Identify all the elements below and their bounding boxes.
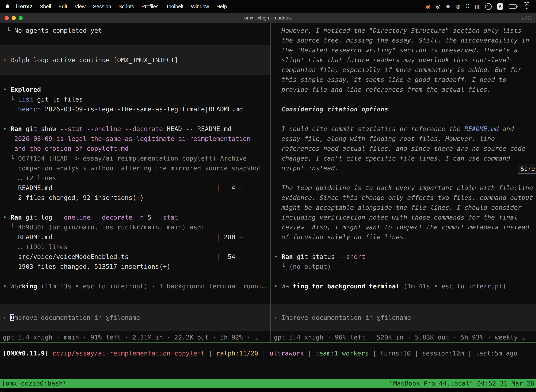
terminal-line: output instead.: [271, 163, 536, 173]
right-terminal-pane[interactable]: However, I noticed the "Directory Struct…: [271, 23, 536, 342]
terminal-line: README.md | 280 +: [0, 232, 270, 242]
menu-help[interactable]: Help: [213, 4, 230, 9]
text-segment: git show: [22, 125, 60, 132]
right-status-line: gpt-5.4 xhigh · 96% left · 520K in · 5.8…: [271, 332, 536, 342]
terminal-line: • Ran git show --stat --oneline --decora…: [0, 124, 270, 134]
terminal-line: including verification notes with those …: [271, 213, 536, 222]
launchpad-icon[interactable]: ⠿: [466, 4, 469, 9]
text-segment: provide file and line references from th…: [274, 86, 491, 93]
terminal-line: • Explored: [0, 85, 270, 94]
battery-icon[interactable]: [509, 5, 518, 9]
text-segment: The team guideline is to back every impo…: [274, 184, 533, 191]
text-segment: Ran: [10, 214, 22, 221]
window-controls: [0, 16, 23, 20]
text-segment: •: [3, 214, 10, 221]
app-icon-1[interactable]: ◎: [436, 4, 440, 9]
terminal-line: 2 files changed, 92 insertions(+): [0, 193, 270, 203]
menu-shell[interactable]: Shell: [36, 4, 55, 9]
text-segment: Ran: [10, 125, 22, 132]
text-segment: README.md: [193, 125, 232, 132]
terminal-line: └ 4b9d30f (origin/main, instructkr/main,…: [0, 222, 270, 232]
text-segment: --: [186, 125, 193, 132]
text-segment: of focusing solely on file lines.: [274, 233, 407, 241]
menu-window[interactable]: Window: [187, 4, 213, 9]
text-segment: 2026-03-09-is-legal-the-same-as-legitima…: [3, 135, 254, 142]
tmux-host-time-label: "MacBook-Pro-44.local" 04:52 31-Mar-26: [389, 380, 534, 387]
terminal-line: The team guideline is to back every impo…: [271, 183, 536, 193]
terminal-line: … +1901 lines: [0, 242, 270, 252]
terminal-line: companion file, especially if more comme…: [271, 65, 536, 75]
terminal-line: references need actual files, and since …: [271, 144, 536, 154]
text-segment: Considering citation options: [274, 106, 388, 113]
terminal-line: provide file and line references from th…: [271, 85, 536, 94]
menu-toolbelt[interactable]: Toolbelt: [162, 4, 187, 9]
menu-edit[interactable]: Edit: [55, 4, 71, 9]
terminal-line: Considering citation options: [271, 104, 536, 114]
terminal-line: • Ran git status --short: [271, 252, 536, 262]
tmux-status-bar: [omx-cczip0:bash* "MacBook-Pro-44.local"…: [0, 379, 536, 388]
text-segment: Ran: [281, 253, 293, 260]
menu-iterm2[interactable]: iTerm2: [12, 4, 36, 9]
terminal-line: changes, I can't cite specific file line…: [271, 154, 536, 163]
text-segment: and-the-erosion-of-copyleft.md: [3, 145, 129, 152]
left-input-line: › Improve documentation in @filename: [0, 313, 270, 323]
text-segment: [OMX#0.11.9]: [3, 350, 53, 357]
terminal-line: src/voice/voiceModeEnabled.ts | 54 +: [0, 252, 270, 262]
text-segment: • Wai: [274, 283, 293, 290]
text-segment: including verification notes with those …: [274, 214, 518, 221]
text-segment: •: [274, 253, 281, 260]
menubar-menus: iTerm2ShellEditViewSessionScriptsProfile…: [12, 4, 230, 9]
terminal-line: this single essay, it seems like a good …: [271, 75, 536, 85]
text-segment: cczip/essay/ai-reimplementation-copyleft: [53, 350, 205, 357]
menu-scripts[interactable]: Scripts: [115, 4, 138, 9]
menu-profiles[interactable]: Profiles: [138, 4, 162, 9]
left-terminal-pane[interactable]: └ No agents completed yet› Ralph loop ac…: [0, 23, 270, 342]
battery-gauge-icon[interactable]: 61: [485, 3, 492, 10]
text-segment: 1903 files changed, 513517 insertions(+): [3, 263, 171, 270]
terminal-line: • Ran git log --oneline --decorate -n 5 …: [0, 213, 270, 222]
apple-icon[interactable]: [5, 4, 10, 9]
close-window-button[interactable]: [5, 16, 9, 20]
text-segment: I: [10, 314, 14, 321]
left-status-line: gpt-5.4 xhigh · main · 91% left · 2.31M …: [0, 332, 270, 342]
app-icon-2[interactable]: ❖: [446, 4, 450, 9]
omx-status-bar: [OMX#0.11.9] cczip/essay/ai-reimplementa…: [0, 343, 536, 379]
right-prompt-input[interactable]: › Improve documentation in @filename: [271, 304, 536, 331]
text-segment: companion file, especially if more comme…: [274, 66, 522, 73]
text-segment: └: [3, 96, 18, 103]
zoom-window-button[interactable]: [19, 16, 23, 20]
blank-line: [271, 114, 536, 124]
text-segment: the source tree, missing the essay. Stil…: [274, 37, 529, 44]
text-segment: 2 files changed, 92 insertions(+): [3, 194, 144, 201]
text-segment: •: [3, 86, 10, 93]
terminal-line: └ 067f154 (HEAD -> essay/ai-reimplementa…: [0, 154, 270, 163]
widget-icon[interactable]: ▥: [475, 4, 480, 9]
wifi-icon[interactable]: [523, 4, 530, 9]
text-segment: --stat --oneline --decorate: [60, 125, 163, 132]
text-segment: Improve documentation in @filename: [281, 314, 411, 321]
text-segment: … +1901 lines: [3, 243, 67, 250]
terminal-line: 2026-03-09-is-legal-the-same-as-legitima…: [0, 134, 270, 144]
app-icon-3[interactable]: ◍: [456, 4, 460, 9]
blank-line: [271, 94, 536, 104]
text-segment: slight risk that future readers may over…: [274, 56, 510, 64]
text-segment: git ls-files: [33, 96, 83, 103]
window-title-bar[interactable]: omx --xhigh --madmax ⌥⌘1: [0, 13, 536, 23]
menu-session[interactable]: Session: [89, 4, 115, 9]
blank-line: [0, 36, 270, 45]
input-source-icon[interactable]: A: [497, 3, 503, 10]
right-pane-lines: However, I noticed the "Directory Struct…: [271, 26, 536, 291]
terminal-line: I could cite commit statistics or refere…: [271, 124, 536, 134]
terminal-line: └ No agents completed yet: [0, 26, 270, 36]
text-segment: companion analysis without altering the …: [3, 165, 262, 172]
text-segment: List: [18, 96, 34, 103]
text-segment: README.md | 280 +: [3, 233, 243, 241]
text-segment: └ (no output): [274, 263, 331, 270]
text-segment: changes, I can't cite specific file line…: [274, 155, 510, 162]
recording-indicator-icon[interactable]: ◉: [426, 4, 431, 9]
terminal-line: the "Related research writing" section i…: [271, 45, 536, 55]
text-segment: src/voice/voiceModeEnabled.ts | 54 +: [3, 253, 243, 260]
minimize-window-button[interactable]: [12, 16, 16, 20]
left-prompt-input[interactable]: › Improve documentation in @filename: [0, 304, 270, 331]
menu-view[interactable]: View: [71, 4, 89, 9]
